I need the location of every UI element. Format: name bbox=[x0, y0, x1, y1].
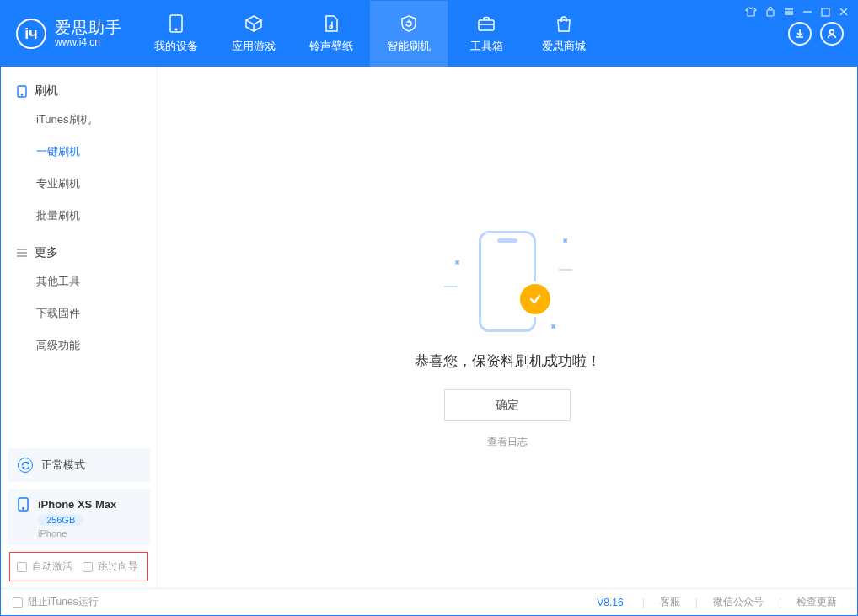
tab-toolbox[interactable]: 工具箱 bbox=[448, 1, 525, 67]
sync-icon bbox=[18, 458, 33, 473]
flash-options-highlight: 自动激活 跳过向导 bbox=[9, 552, 148, 581]
sidebar-item-pro-flash[interactable]: 专业刷机 bbox=[1, 168, 157, 200]
sparkle-icon: ✦ bbox=[546, 320, 560, 335]
account-button[interactable] bbox=[820, 22, 844, 46]
sidebar-item-advanced[interactable]: 高级功能 bbox=[1, 329, 157, 362]
tab-label: 工具箱 bbox=[470, 39, 503, 54]
device-mode-card[interactable]: 正常模式 bbox=[8, 448, 150, 482]
device-card[interactable]: iPhone XS Max 256GB iPhone bbox=[8, 489, 150, 545]
phone-illustration-icon bbox=[479, 231, 536, 332]
sparkle-icon: ✦ bbox=[558, 234, 572, 249]
download-button[interactable] bbox=[788, 22, 812, 46]
ray-icon bbox=[444, 286, 458, 287]
success-check-icon bbox=[520, 284, 550, 314]
sidebar-item-other-tools[interactable]: 其他工具 bbox=[1, 265, 157, 297]
block-itunes-checkbox[interactable]: 阻止iTunes运行 bbox=[13, 595, 99, 609]
sidebar-section-more: 更多 bbox=[1, 237, 157, 265]
skip-guide-checkbox[interactable]: 跳过向导 bbox=[83, 560, 138, 574]
auto-activate-checkbox[interactable]: 自动激活 bbox=[17, 560, 72, 574]
app-url: www.i4.cn bbox=[55, 37, 122, 49]
status-bar: 阻止iTunes运行 V8.16 | 客服 | 微信公众号 | 检查更新 bbox=[1, 588, 857, 615]
top-tabs: 我的设备 应用游戏 铃声壁纸 智能刷机 工具箱 爱思商城 bbox=[137, 1, 788, 67]
section-title: 刷机 bbox=[35, 83, 58, 99]
maximize-button[interactable] bbox=[821, 6, 830, 19]
minimize-button[interactable] bbox=[802, 6, 812, 19]
cube-icon bbox=[243, 13, 265, 34]
svg-point-10 bbox=[23, 508, 24, 509]
device-name: iPhone XS Max bbox=[38, 498, 116, 511]
phone-icon bbox=[165, 13, 187, 34]
svg-rect-5 bbox=[767, 10, 774, 16]
svg-point-8 bbox=[21, 94, 22, 94]
support-link[interactable]: 客服 bbox=[652, 595, 689, 609]
shirt-icon[interactable] bbox=[745, 6, 757, 19]
phone-icon bbox=[18, 497, 31, 511]
device-icon bbox=[16, 85, 28, 97]
success-message: 恭喜您，保资料刷机成功啦！ bbox=[415, 351, 601, 371]
svg-point-4 bbox=[830, 30, 834, 35]
logo-icon: iч bbox=[16, 19, 46, 49]
sparkle-icon: ✦ bbox=[450, 256, 464, 271]
version-label: V8.16 bbox=[585, 597, 635, 608]
tab-store[interactable]: 爱思商城 bbox=[525, 1, 603, 67]
music-file-icon bbox=[320, 13, 342, 34]
window-controls bbox=[745, 6, 849, 19]
close-button[interactable] bbox=[839, 6, 849, 19]
tab-label: 铃声壁纸 bbox=[309, 39, 353, 54]
lock-icon[interactable] bbox=[765, 6, 775, 19]
svg-point-1 bbox=[175, 29, 177, 30]
toolbox-icon bbox=[475, 13, 497, 34]
wechat-link[interactable]: 微信公众号 bbox=[705, 595, 772, 609]
ray-icon bbox=[559, 269, 572, 271]
tab-ringtone-wallpaper[interactable]: 铃声壁纸 bbox=[292, 1, 370, 67]
bag-icon bbox=[553, 13, 575, 34]
sidebar-item-one-key-flash[interactable]: 一键刷机 bbox=[1, 136, 157, 168]
view-log-link[interactable]: 查看日志 bbox=[487, 435, 528, 449]
svg-rect-3 bbox=[479, 20, 494, 30]
sidebar-item-itunes-flash[interactable]: iTunes刷机 bbox=[1, 104, 157, 136]
tab-smart-flash[interactable]: 智能刷机 bbox=[370, 1, 448, 67]
sidebar-item-download-fw[interactable]: 下载固件 bbox=[1, 297, 157, 329]
device-type: iPhone bbox=[38, 528, 140, 538]
check-update-link[interactable]: 检查更新 bbox=[788, 595, 845, 609]
tab-label: 应用游戏 bbox=[232, 39, 276, 54]
shield-refresh-icon bbox=[398, 13, 420, 34]
checkbox-label: 跳过向导 bbox=[98, 560, 138, 574]
success-illustration: ✦ ✦ ✦ bbox=[444, 227, 571, 336]
device-storage: 256GB bbox=[38, 514, 83, 526]
app-logo: iч 爱思助手 www.i4.cn bbox=[1, 1, 137, 67]
tab-label: 我的设备 bbox=[154, 39, 198, 54]
sidebar-item-batch-flash[interactable]: 批量刷机 bbox=[1, 200, 157, 232]
svg-rect-6 bbox=[822, 8, 829, 16]
app-header: iч 爱思助手 www.i4.cn 我的设备 应用游戏 铃声壁纸 智能刷机 工具… bbox=[1, 1, 857, 67]
checkbox-label: 自动激活 bbox=[32, 560, 72, 574]
main-panel: ✦ ✦ ✦ 恭喜您，保资料刷机成功啦！ 确定 查看日志 bbox=[158, 67, 857, 588]
tab-label: 爱思商城 bbox=[542, 39, 586, 54]
list-icon bbox=[16, 247, 28, 259]
checkbox-label: 阻止iTunes运行 bbox=[28, 595, 99, 609]
tab-apps-games[interactable]: 应用游戏 bbox=[215, 1, 292, 67]
section-title: 更多 bbox=[35, 245, 58, 260]
sidebar: 刷机 iTunes刷机 一键刷机 专业刷机 批量刷机 更多 其他工具 下载固件 … bbox=[1, 67, 158, 588]
svg-point-2 bbox=[330, 25, 332, 28]
menu-icon[interactable] bbox=[784, 6, 794, 19]
tab-label: 智能刷机 bbox=[387, 39, 431, 54]
device-mode-label: 正常模式 bbox=[41, 458, 85, 473]
app-name: 爱思助手 bbox=[55, 19, 122, 37]
tab-my-device[interactable]: 我的设备 bbox=[137, 1, 215, 67]
sidebar-section-flash: 刷机 bbox=[1, 75, 157, 104]
confirm-button[interactable]: 确定 bbox=[444, 389, 571, 421]
